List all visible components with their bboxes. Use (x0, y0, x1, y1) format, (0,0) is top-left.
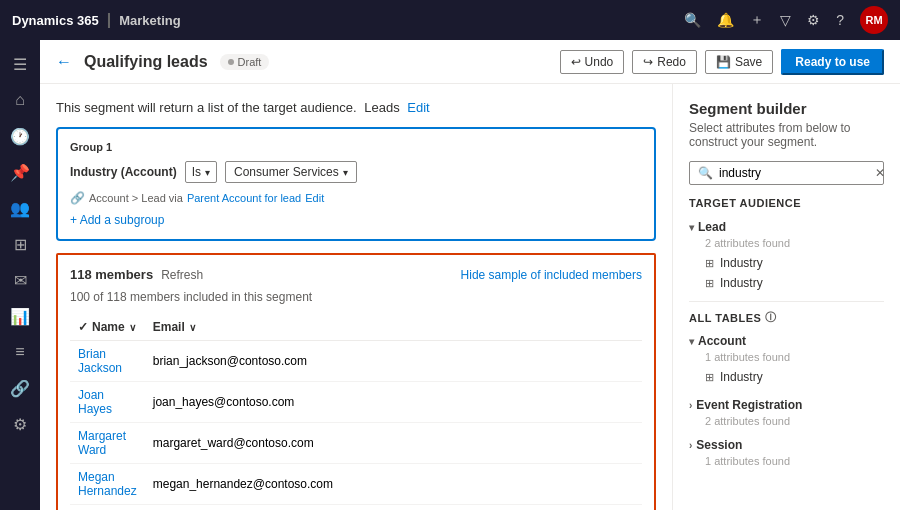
chevron-right-icon: › (689, 400, 692, 411)
undo-button[interactable]: ↩ Undo (560, 50, 625, 74)
hide-sample-button[interactable]: Hide sample of included members (461, 268, 642, 282)
chevron-down-icon: ▾ (205, 167, 210, 178)
edit-audience-link[interactable]: Edit (407, 100, 429, 115)
condition-value-select[interactable]: Consumer Services ▾ (225, 161, 357, 183)
tree-header-event[interactable]: › Event Registration (689, 395, 884, 415)
chain-icon: 🔗 (70, 191, 85, 205)
tree-section-event: › Event Registration 2 attributes found (689, 395, 884, 427)
main-panel: This segment will return a list of the t… (40, 84, 672, 510)
search-icon: 🔍 (698, 166, 713, 180)
member-email-cell: joan_hayes@contoso.com (145, 382, 642, 423)
top-navigation: Dynamics 365 | Marketing 🔍 🔔 ＋ ▽ ⚙ ? RM (0, 0, 900, 40)
members-section: 118 members Refresh Hide sample of inclu… (56, 253, 656, 510)
sidebar-icon-chart[interactable]: 📊 (4, 300, 36, 332)
chevron-down-icon: ▾ (689, 222, 694, 233)
sidebar-icon-people[interactable]: 👥 (4, 192, 36, 224)
table-icon: ⊞ (705, 371, 714, 384)
member-name-cell: Julie Howard (70, 505, 145, 511)
sub-toolbar: ← Qualifying leads Draft ↩ Undo ↪ Redo 💾… (40, 40, 900, 84)
add-subgroup-button[interactable]: + Add a subgroup (70, 213, 642, 227)
back-button[interactable]: ← (56, 53, 72, 71)
search-input[interactable] (719, 166, 869, 180)
app-brand: Dynamics 365 | Marketing (12, 11, 181, 29)
redo-icon: ↪ (643, 55, 653, 69)
lead-count: 2 attributes found (705, 237, 884, 249)
divider (689, 301, 884, 302)
tree-item-lead-industry-1[interactable]: ⊞ Industry (689, 253, 884, 273)
breadcrumb-edit-link[interactable]: Edit (305, 192, 324, 204)
member-email-cell: margaret_ward@contoso.com (145, 423, 642, 464)
tree-header-session[interactable]: › Session (689, 435, 884, 455)
tree-item-account-industry[interactable]: ⊞ Industry (689, 367, 884, 387)
user-avatar[interactable]: RM (860, 6, 888, 34)
save-icon: 💾 (716, 55, 731, 69)
table-icon: ⊞ (705, 257, 714, 270)
status-label: Draft (238, 56, 262, 68)
settings-icon[interactable]: ⚙ (807, 12, 820, 28)
table-row: Megan Hernandez megan_hernandez@contoso.… (70, 464, 642, 505)
segment-builder-title: Segment builder (689, 100, 884, 117)
clear-search-icon[interactable]: ✕ (875, 166, 885, 180)
condition-row: Industry (Account) Is ▾ Consumer Service… (70, 161, 642, 183)
members-table: ✓ Name ∨ Email ∨ (70, 314, 642, 510)
refresh-button[interactable]: Refresh (161, 268, 203, 282)
info-icon[interactable]: ⓘ (765, 310, 777, 325)
breadcrumb-link[interactable]: Parent Account for lead (187, 192, 301, 204)
member-name-link[interactable]: Megan Hernandez (78, 470, 137, 498)
tree-header-lead[interactable]: ▾ Lead (689, 217, 884, 237)
sidebar-icon-pin[interactable]: 📌 (4, 156, 36, 188)
member-email-cell: julie_howard@contoso.com (145, 505, 642, 511)
sidebar-icon-link[interactable]: 🔗 (4, 372, 36, 404)
member-name-link[interactable]: Margaret Ward (78, 429, 126, 457)
condition-operator-select[interactable]: Is ▾ (185, 161, 217, 183)
group-box: Group 1 Industry (Account) Is ▾ Consumer… (56, 127, 656, 241)
search-box[interactable]: 🔍 ✕ (689, 161, 884, 185)
sidebar-icon-home[interactable]: ⌂ (4, 84, 36, 116)
col-name-header: Name (92, 320, 125, 334)
segment-description: This segment will return a list of the t… (56, 100, 656, 115)
ready-to-use-button[interactable]: Ready to use (781, 49, 884, 75)
save-button[interactable]: 💾 Save (705, 50, 773, 74)
status-badge: Draft (220, 54, 270, 70)
module-name: Marketing (119, 13, 180, 28)
sidebar-icon-settings[interactable]: ⚙ (4, 408, 36, 440)
members-count: 118 members (70, 267, 153, 282)
sidebar-icon-recent[interactable]: 🕐 (4, 120, 36, 152)
status-dot (228, 59, 234, 65)
search-icon[interactable]: 🔍 (684, 12, 701, 28)
member-name-link[interactable]: Joan Hayes (78, 388, 112, 416)
sidebar-icon-category[interactable]: ⊞ (4, 228, 36, 260)
members-header: 118 members Refresh Hide sample of inclu… (70, 267, 642, 282)
tree-header-account[interactable]: ▾ Account (689, 331, 884, 351)
add-icon[interactable]: ＋ (750, 11, 764, 29)
redo-button[interactable]: ↪ Redo (632, 50, 697, 74)
sidebar-icon-mail[interactable]: ✉ (4, 264, 36, 296)
member-name-cell: Joan Hayes (70, 382, 145, 423)
col-email-header: Email ∨ (145, 314, 642, 341)
sidebar: ☰ ⌂ 🕐 📌 👥 ⊞ ✉ 📊 ≡ 🔗 ⚙ (0, 40, 40, 510)
checkmark-icon: ✓ (78, 320, 88, 334)
breadcrumb: 🔗 Account > Lead via Parent Account for … (70, 191, 642, 205)
help-icon[interactable]: ? (836, 12, 844, 28)
sidebar-icon-menu[interactable]: ☰ (4, 48, 36, 80)
member-name-cell: Megan Hernandez (70, 464, 145, 505)
brand-name: Dynamics 365 (12, 13, 99, 28)
notification-icon[interactable]: 🔔 (717, 12, 734, 28)
page-title: Qualifying leads (84, 53, 208, 71)
condition-field: Industry (Account) (70, 165, 177, 179)
tree-section-account: ▾ Account 1 attributes found ⊞ Industry (689, 331, 884, 387)
tree-item-lead-industry-2[interactable]: ⊞ Industry (689, 273, 884, 293)
chevron-down-icon: ▾ (689, 336, 694, 347)
toolbar-actions: ↩ Undo ↪ Redo 💾 Save Ready to use (560, 49, 884, 75)
table-row: Julie Howard julie_howard@contoso.com (70, 505, 642, 511)
member-name-cell: Brian Jackson (70, 341, 145, 382)
target-audience-label: Target audience (689, 197, 884, 209)
filter-icon[interactable]: ▽ (780, 12, 791, 28)
table-icon: ⊞ (705, 277, 714, 290)
member-name-link[interactable]: Brian Jackson (78, 347, 122, 375)
sidebar-icon-list[interactable]: ≡ (4, 336, 36, 368)
member-email-cell: megan_hernandez@contoso.com (145, 464, 642, 505)
top-nav-icons: 🔍 🔔 ＋ ▽ ⚙ ? RM (684, 6, 888, 34)
account-count: 1 attributes found (705, 351, 884, 363)
members-sub-label: 100 of 118 members included in this segm… (70, 290, 642, 304)
